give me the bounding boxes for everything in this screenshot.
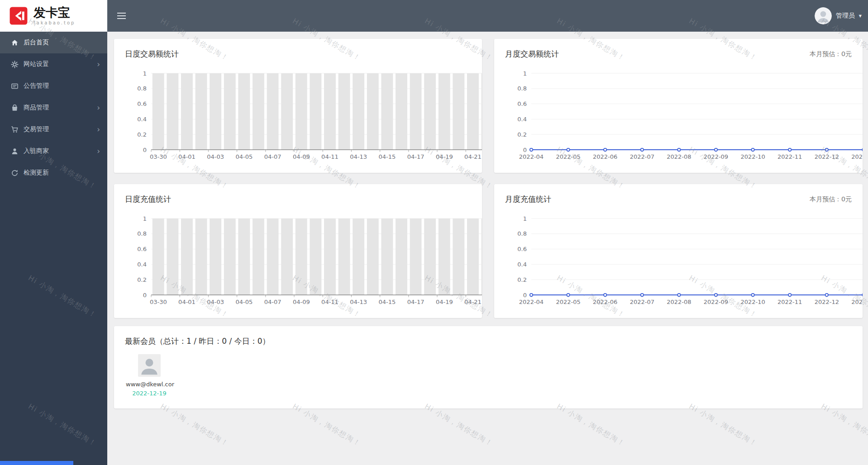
svg-text:0.8: 0.8 — [137, 85, 147, 92]
svg-text:2022-12: 2022-12 — [815, 299, 839, 305]
chart-canvas: 00.20.40.60.812022-042022-052022-062022-… — [494, 66, 863, 173]
svg-text:2022-04: 2022-04 — [519, 153, 544, 160]
member-join-date: 2022-12-19 — [126, 390, 173, 397]
svg-text:0.2: 0.2 — [137, 276, 147, 283]
chart-canvas: 00.20.40.60.8103-3004-0104-0304-0504-070… — [114, 66, 482, 173]
daily-transaction-chart: 00.20.40.60.8103-3004-0104-0304-0504-070… — [114, 66, 482, 173]
charts-grid: 日度交易额统计 00.20.40.60.8103-3004-0104-0304-… — [114, 39, 863, 318]
gear-icon — [11, 61, 19, 68]
svg-text:04-03: 04-03 — [207, 153, 224, 160]
bottom-left-blue-strip — [0, 461, 73, 465]
svg-text:0: 0 — [143, 292, 147, 299]
svg-text:0.6: 0.6 — [137, 246, 147, 252]
svg-text:0.8: 0.8 — [517, 85, 527, 92]
svg-text:2022-10: 2022-10 — [740, 299, 765, 305]
chevron-right-icon: › — [97, 147, 100, 155]
sidebar-item-1[interactable]: 后台首页 — [0, 32, 107, 53]
svg-text:2022-09: 2022-09 — [704, 299, 728, 305]
menu-toggle-button[interactable] — [117, 13, 126, 19]
bag-icon — [11, 104, 19, 112]
svg-text:04-03: 04-03 — [207, 299, 224, 305]
sidebar-item-label: 入驻商家 — [24, 147, 49, 155]
svg-text:0.8: 0.8 — [137, 230, 147, 237]
svg-text:2022-08: 2022-08 — [667, 153, 691, 160]
svg-text:2022-11: 2022-11 — [777, 153, 802, 160]
chart-title: 月度充值统计 — [505, 194, 551, 204]
member-item[interactable]: www@dkewl.cor 2022-12-19 — [126, 354, 173, 397]
brand-domain: fakabao.top — [33, 20, 75, 25]
user-name: 管理员 — [836, 12, 855, 20]
home-icon — [11, 39, 19, 47]
sidebar-item-label: 商品管理 — [24, 104, 49, 112]
announcement-icon — [11, 82, 19, 90]
svg-text:04-09: 04-09 — [293, 153, 310, 160]
svg-text:0.2: 0.2 — [517, 131, 527, 138]
daily-recharge-chart-card: 日度充值统计 00.20.40.60.8103-3004-0104-0304-0… — [114, 184, 482, 318]
svg-text:04-19: 04-19 — [436, 299, 453, 305]
sidebar: 后台首页网站设置›公告管理商品管理›交易管理›入驻商家›检测更新 — [0, 32, 107, 465]
caret-down-icon: ▼ — [859, 14, 862, 18]
svg-text:04-11: 04-11 — [321, 299, 339, 305]
svg-text:04-13: 04-13 — [350, 299, 367, 305]
monthly-transaction-chart: 00.20.40.60.812022-042022-052022-062022-… — [494, 66, 863, 173]
brand-logo[interactable]: 发卡宝 fakabao.top — [0, 0, 107, 32]
svg-text:04-05: 04-05 — [236, 153, 253, 160]
svg-text:2022-05: 2022-05 — [556, 299, 580, 305]
svg-text:0.2: 0.2 — [517, 276, 527, 283]
user-dropdown[interactable]: 管理员 ▼ — [815, 7, 868, 24]
sidebar-item-label: 后台首页 — [24, 38, 49, 47]
chart-title: 月度交易额统计 — [505, 49, 559, 59]
svg-text:0.4: 0.4 — [517, 116, 527, 123]
sidebar-item-label: 公告管理 — [24, 82, 49, 90]
svg-text:03-30: 03-30 — [150, 299, 167, 305]
svg-text:04-19: 04-19 — [436, 153, 453, 160]
sidebar-nav: 后台首页网站设置›公告管理商品管理›交易管理›入驻商家›检测更新 — [0, 32, 107, 184]
svg-text:04-11: 04-11 — [321, 153, 339, 160]
svg-text:04-15: 04-15 — [379, 153, 396, 160]
svg-text:0.4: 0.4 — [137, 261, 147, 268]
svg-text:2022-11: 2022-11 — [777, 299, 802, 305]
svg-text:04-15: 04-15 — [379, 299, 396, 305]
chevron-right-icon: › — [97, 61, 100, 68]
latest-members-card: 最新会员（总计：1 / 昨日：0 / 今日：0） www@dkewl.cor 2… — [114, 326, 863, 408]
svg-text:0.2: 0.2 — [137, 131, 147, 138]
svg-text:0.6: 0.6 — [137, 100, 147, 107]
member-email: www@dkewl.cor — [126, 381, 173, 388]
svg-text:04-13: 04-13 — [350, 153, 367, 160]
svg-text:04-21: 04-21 — [464, 153, 482, 160]
svg-text:2022-12: 2022-12 — [815, 153, 839, 160]
sidebar-item-label: 网站设置 — [24, 60, 49, 68]
monthly-recharge-chart-card: 月度充值统计 本月预估：0元 00.20.40.60.812022-042022… — [494, 184, 863, 318]
svg-text:1: 1 — [143, 70, 147, 77]
svg-text:0.4: 0.4 — [137, 116, 147, 123]
svg-text:0: 0 — [143, 147, 147, 153]
sidebar-item-3[interactable]: 公告管理 — [0, 75, 107, 97]
svg-text:04-17: 04-17 — [407, 299, 424, 305]
svg-text:04-17: 04-17 — [407, 153, 424, 160]
svg-text:2022-07: 2022-07 — [630, 299, 654, 305]
sidebar-item-2[interactable]: 网站设置› — [0, 53, 107, 75]
svg-text:0.6: 0.6 — [517, 100, 527, 107]
svg-text:03-30: 03-30 — [150, 153, 167, 160]
daily-transaction-chart-card: 日度交易额统计 00.20.40.60.8103-3004-0104-0304-… — [114, 39, 482, 173]
month-estimate-label: 本月预估：0元 — [810, 195, 852, 204]
monthly-transaction-chart-card: 月度交易额统计 本月预估：0元 00.20.40.60.812022-04202… — [494, 39, 863, 173]
chart-title: 日度交易额统计 — [125, 49, 179, 59]
chart-title: 日度充值统计 — [125, 194, 171, 204]
sidebar-item-6[interactable]: 入驻商家› — [0, 140, 107, 162]
chart-canvas: 00.20.40.60.8103-3004-0104-0304-0504-070… — [114, 211, 482, 318]
sidebar-item-7[interactable]: 检测更新 — [0, 162, 107, 184]
sidebar-item-4[interactable]: 商品管理› — [0, 97, 107, 119]
svg-text:2022-09: 2022-09 — [704, 153, 728, 160]
svg-text:1: 1 — [523, 215, 527, 222]
member-avatar-image — [138, 354, 161, 377]
svg-text:2022-08: 2022-08 — [667, 299, 691, 305]
svg-text:2023-01: 2023-01 — [851, 153, 863, 160]
svg-text:0.8: 0.8 — [517, 230, 527, 237]
svg-text:2022-05: 2022-05 — [556, 153, 580, 160]
sidebar-item-5[interactable]: 交易管理› — [0, 119, 107, 140]
dashboard: 日度交易额统计 00.20.40.60.8103-3004-0104-0304-… — [107, 32, 868, 408]
svg-text:0.6: 0.6 — [517, 246, 527, 252]
svg-text:04-05: 04-05 — [236, 299, 253, 305]
members-title: 最新会员（总计：1 / 昨日：0 / 今日：0） — [125, 336, 270, 346]
